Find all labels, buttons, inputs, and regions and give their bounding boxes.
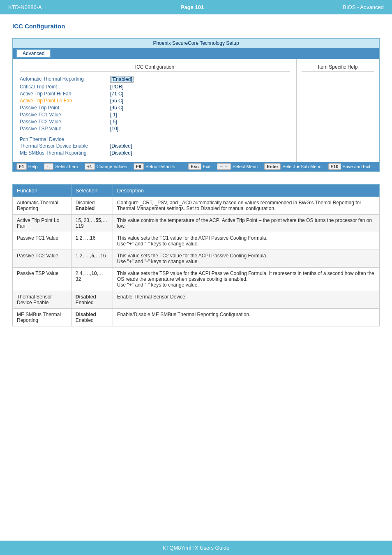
- bios-right-header: Item Specific Help: [302, 64, 374, 72]
- bios-row-critical-trip[interactable]: Critical Trip Point [POR]: [20, 84, 290, 90]
- table-row: Active Trip Point Lo Fan 15, 23,…55,…119…: [13, 215, 380, 232]
- bios-row-automatic-thermal[interactable]: Automatic Thermal Reporting [Enabled]: [20, 76, 290, 83]
- bios-row-passive-tc1[interactable]: Passive TC1 Value [ 1]: [20, 112, 290, 118]
- bios-label-automatic-thermal: Automatic Thermal Reporting: [20, 76, 110, 82]
- footer-select-menu-label: Select Menu: [233, 164, 258, 169]
- bios-footer: F1 Help ↑↓ Select Item +/- Change Values…: [13, 162, 379, 171]
- sel-me-smbus: DisabledEnabled: [71, 309, 113, 326]
- header-left: KTD-N0886-A: [8, 4, 42, 10]
- footer-setup-defaults-label: Setup Defaults: [145, 164, 175, 169]
- sel-active-trip-lo: 15, 23,…55,…119: [71, 215, 113, 232]
- bios-label-passive-tc2: Passive TC2 Value: [20, 119, 110, 125]
- sel-passive-tsp: 2,4, …,10,…32: [71, 268, 113, 291]
- bios-tab-bar: Advanced: [13, 48, 379, 59]
- key-esc[interactable]: Esc: [188, 163, 201, 170]
- bios-footer-f10: F10 Save and Exit: [328, 163, 371, 170]
- footer-text: KTQM87/mITX Users Guide: [163, 545, 230, 551]
- header-right: BIOS - Advanced: [343, 4, 384, 10]
- bios-value-active-lo: [55 C]: [110, 98, 123, 104]
- table-header-selection: Selection: [71, 185, 113, 197]
- func-passive-tc2: Passive TC2 Value: [13, 250, 71, 268]
- bios-value-passive-tc2: [ 5]: [110, 119, 117, 125]
- table-row: Automatic Thermal Reporting DisabledEnab…: [13, 197, 380, 215]
- key-enter[interactable]: Enter: [264, 163, 281, 170]
- bios-title-bar: Phoenix SecureCore Technology Setup: [13, 39, 379, 48]
- bios-row-passive-tsp[interactable]: Passive TSP Value [10]: [20, 126, 290, 132]
- bios-footer-lr-arrows: ←→ Select Menu: [217, 163, 258, 170]
- bios-help-panel: Item Specific Help: [297, 59, 379, 162]
- bios-label-active-lo: Active Trip Point Lo Fan: [20, 98, 110, 104]
- desc-active-trip-lo: This value controls the temperature of t…: [113, 215, 379, 232]
- bios-label-passive-tsp: Passive TSP Value: [20, 126, 110, 132]
- desc-passive-tc2: This value sets the TC2 value for the AC…: [113, 250, 379, 268]
- bios-main-panel: ICC Configuration Automatic Thermal Repo…: [13, 59, 297, 162]
- bios-label-passive-trip: Passive Trip Point: [20, 105, 110, 111]
- bios-row-thermal-sensor[interactable]: Thermal Sensor Device Enable [Disabled]: [20, 143, 290, 149]
- footer-change-values-label: Change Values: [97, 164, 127, 169]
- table-row: ME SMBus Thermal Reporting DisabledEnabl…: [13, 309, 380, 326]
- page-header: KTD-N0886-A Page 101 BIOS - Advanced: [0, 0, 392, 14]
- page-footer: KTQM87/mITX Users Guide: [0, 541, 392, 555]
- bios-label-active-hi: Active Trip Point Hi Fan: [20, 91, 110, 97]
- bios-row-passive-trip[interactable]: Passive Trip Point [95 C]: [20, 105, 290, 111]
- key-plusminus[interactable]: +/-: [85, 163, 95, 170]
- bios-value-automatic-thermal: [Enabled]: [110, 76, 134, 83]
- bios-label-passive-tc1: Passive TC1 Value: [20, 112, 110, 118]
- bios-label-thermal-sensor: Thermal Sensor Device Enable: [20, 143, 110, 149]
- desc-me-smbus: Enable/Disable ME SMBus Thermal Reportin…: [113, 309, 379, 326]
- sel-thermal-sensor: DisabledEnabled: [71, 291, 113, 309]
- bios-footer-arrows: ↑↓ Select Item: [44, 163, 78, 170]
- bios-value-critical-trip: [POR]: [110, 84, 124, 90]
- bios-pch-label: Pch Thermal Device: [20, 136, 290, 142]
- sel-automatic-thermal: DisabledEnabled: [71, 197, 113, 215]
- footer-help-label: Help: [28, 164, 38, 169]
- key-lr-arrows[interactable]: ←→: [217, 163, 231, 170]
- key-f9[interactable]: F9: [134, 163, 144, 170]
- bios-value-passive-tc1: [ 1]: [110, 112, 117, 118]
- table-header-description: Description: [113, 185, 379, 197]
- key-arrows[interactable]: ↑↓: [44, 163, 53, 170]
- bios-row-me-smbus[interactable]: ME SMBus Thermal Reporting [Disabled]: [20, 150, 290, 156]
- bios-left-header: ICC Configuration: [20, 64, 290, 72]
- bios-row-active-lo[interactable]: Active Trip Point Lo Fan [55 C]: [20, 98, 290, 104]
- key-f10[interactable]: F10: [328, 163, 341, 170]
- table-header-function: Function: [13, 185, 71, 197]
- sel-passive-tc2: 1,2, …,5,…16: [71, 250, 113, 268]
- desc-automatic-thermal: Configure _CRT, _PSV, and _AC0 automatic…: [113, 197, 379, 215]
- page-content: ICC Configuration Phoenix SecureCore Tec…: [0, 14, 392, 347]
- table-row: Passive TSP Value 2,4, …,10,…32 This val…: [13, 268, 380, 291]
- bios-value-passive-trip: [95 C]: [110, 105, 123, 111]
- func-thermal-sensor: Thermal Sensor Device Enable: [13, 291, 71, 309]
- bios-footer-f1: F1 Help: [16, 163, 37, 170]
- func-active-trip-lo: Active Trip Point Lo Fan: [13, 215, 71, 232]
- bios-body: ICC Configuration Automatic Thermal Repo…: [13, 59, 379, 162]
- bios-footer-plusminus: +/- Change Values: [85, 163, 127, 170]
- bios-footer-enter: Enter Select ►Sub-Menu: [264, 163, 321, 170]
- bios-value-thermal-sensor: [Disabled]: [110, 143, 132, 149]
- header-center: Page 101: [181, 4, 204, 10]
- footer-save-exit-label: Save and Exit: [343, 164, 371, 169]
- func-passive-tsp: Passive TSP Value: [13, 268, 71, 291]
- func-automatic-thermal: Automatic Thermal Reporting: [13, 197, 71, 215]
- desc-passive-tc1: This value sets the TC1 value for the AC…: [113, 232, 379, 250]
- bios-value-me-smbus: [Disabled]: [110, 150, 132, 156]
- desc-passive-tsp: This value sets the TSP value for the AC…: [113, 268, 379, 291]
- footer-exit-label: Exit: [203, 164, 210, 169]
- footer-select-item-label: Select Item: [55, 164, 78, 169]
- sel-passive-tc1: 1,2, …16: [71, 232, 113, 250]
- bios-row-active-hi[interactable]: Active Trip Point Hi Fan [71 C]: [20, 91, 290, 97]
- bios-footer-esc: Esc Exit: [188, 163, 210, 170]
- table-row: Thermal Sensor Device Enable DisabledEna…: [13, 291, 380, 309]
- func-me-smbus: ME SMBus Thermal Reporting: [13, 309, 71, 326]
- section-title: ICC Configuration: [12, 23, 380, 30]
- bios-value-passive-tsp: [10]: [110, 126, 118, 132]
- function-table: Function Selection Description Automatic…: [12, 184, 380, 326]
- func-passive-tc1: Passive TC1 Value: [13, 232, 71, 250]
- table-row: Passive TC1 Value 1,2, …16 This value se…: [13, 232, 380, 250]
- key-f1[interactable]: F1: [16, 163, 27, 170]
- bios-row-passive-tc2[interactable]: Passive TC2 Value [ 5]: [20, 119, 290, 125]
- bios-tab-advanced[interactable]: Advanced: [16, 49, 51, 58]
- bios-footer-f9: F9 Setup Defaults: [134, 163, 175, 170]
- bios-label-me-smbus: ME SMBus Thermal Reporting: [20, 150, 110, 156]
- bios-label-critical-trip: Critical Trip Point: [20, 84, 110, 90]
